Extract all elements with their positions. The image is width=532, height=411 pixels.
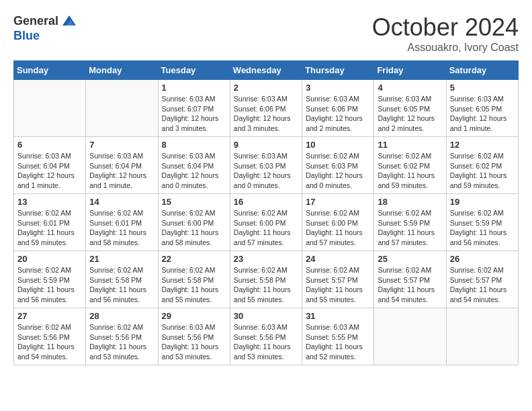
calendar-cell: 30Sunrise: 6:03 AMSunset: 5:56 PMDayligh… [230, 308, 302, 365]
day-number: 15 [162, 197, 226, 207]
day-number: 5 [450, 83, 515, 93]
day-number: 24 [306, 254, 370, 264]
calendar-cell [86, 80, 158, 137]
day-info: Sunrise: 6:02 AMSunset: 5:59 PMDaylight:… [17, 265, 82, 305]
calendar-cell: 21Sunrise: 6:02 AMSunset: 5:58 PMDayligh… [86, 251, 158, 308]
day-info: Sunrise: 6:03 AMSunset: 5:55 PMDaylight:… [306, 322, 370, 362]
calendar-cell: 23Sunrise: 6:02 AMSunset: 5:58 PMDayligh… [230, 251, 302, 308]
day-info: Sunrise: 6:02 AMSunset: 6:02 PMDaylight:… [450, 151, 515, 191]
day-info: Sunrise: 6:03 AMSunset: 6:06 PMDaylight:… [234, 94, 298, 134]
calendar-cell: 28Sunrise: 6:02 AMSunset: 5:56 PMDayligh… [86, 308, 158, 365]
calendar-cell: 12Sunrise: 6:02 AMSunset: 6:02 PMDayligh… [446, 137, 518, 194]
day-info: Sunrise: 6:03 AMSunset: 6:04 PMDaylight:… [89, 151, 154, 191]
calendar-cell: 17Sunrise: 6:02 AMSunset: 6:00 PMDayligh… [302, 194, 374, 251]
calendar-cell: 14Sunrise: 6:02 AMSunset: 6:01 PMDayligh… [86, 194, 158, 251]
calendar-cell: 1Sunrise: 6:03 AMSunset: 6:07 PMDaylight… [158, 80, 230, 137]
day-info: Sunrise: 6:03 AMSunset: 6:06 PMDaylight:… [306, 94, 370, 134]
calendar-cell: 9Sunrise: 6:03 AMSunset: 6:03 PMDaylight… [230, 137, 302, 194]
day-number: 17 [306, 197, 370, 207]
day-number: 26 [450, 254, 515, 264]
day-number: 25 [378, 254, 442, 264]
calendar-cell: 13Sunrise: 6:02 AMSunset: 6:01 PMDayligh… [14, 194, 86, 251]
day-number: 18 [378, 197, 442, 207]
day-number: 27 [17, 311, 82, 321]
day-number: 16 [234, 197, 298, 207]
logo-icon [61, 13, 77, 30]
day-info: Sunrise: 6:03 AMSunset: 6:04 PMDaylight:… [17, 151, 82, 191]
day-number: 8 [162, 140, 226, 150]
calendar-week-3: 13Sunrise: 6:02 AMSunset: 6:01 PMDayligh… [14, 194, 519, 251]
day-info: Sunrise: 6:03 AMSunset: 6:05 PMDaylight:… [378, 94, 442, 134]
day-info: Sunrise: 6:03 AMSunset: 6:03 PMDaylight:… [234, 151, 298, 191]
calendar-week-2: 6Sunrise: 6:03 AMSunset: 6:04 PMDaylight… [14, 137, 519, 194]
day-number: 20 [17, 254, 82, 264]
calendar-header-monday: Monday [86, 61, 158, 80]
month-title: October 2024 [372, 13, 519, 42]
day-info: Sunrise: 6:02 AMSunset: 5:57 PMDaylight:… [450, 265, 515, 305]
day-info: Sunrise: 6:03 AMSunset: 6:05 PMDaylight:… [450, 94, 515, 134]
calendar-cell: 3Sunrise: 6:03 AMSunset: 6:06 PMDaylight… [302, 80, 374, 137]
day-info: Sunrise: 6:02 AMSunset: 6:01 PMDaylight:… [17, 208, 82, 248]
calendar-cell: 19Sunrise: 6:02 AMSunset: 5:59 PMDayligh… [446, 194, 518, 251]
day-info: Sunrise: 6:03 AMSunset: 5:56 PMDaylight:… [234, 322, 298, 362]
calendar-cell: 6Sunrise: 6:03 AMSunset: 6:04 PMDaylight… [14, 137, 86, 194]
calendar-header-thursday: Thursday [302, 61, 374, 80]
day-number: 13 [17, 197, 82, 207]
calendar-header-sunday: Sunday [14, 61, 86, 80]
day-info: Sunrise: 6:02 AMSunset: 6:00 PMDaylight:… [234, 208, 298, 248]
calendar-header-row: SundayMondayTuesdayWednesdayThursdayFrid… [14, 61, 519, 80]
day-number: 11 [378, 140, 442, 150]
calendar-week-4: 20Sunrise: 6:02 AMSunset: 5:59 PMDayligh… [14, 251, 519, 308]
calendar-cell: 15Sunrise: 6:02 AMSunset: 6:00 PMDayligh… [158, 194, 230, 251]
day-info: Sunrise: 6:02 AMSunset: 6:02 PMDaylight:… [378, 151, 442, 191]
calendar-cell: 11Sunrise: 6:02 AMSunset: 6:02 PMDayligh… [374, 137, 446, 194]
day-number: 10 [306, 140, 370, 150]
day-number: 21 [89, 254, 154, 264]
day-info: Sunrise: 6:03 AMSunset: 5:56 PMDaylight:… [162, 322, 226, 362]
day-number: 29 [162, 311, 226, 321]
calendar-cell: 2Sunrise: 6:03 AMSunset: 6:06 PMDaylight… [230, 80, 302, 137]
day-number: 9 [234, 140, 298, 150]
logo: General Blue [13, 13, 77, 43]
calendar-header-tuesday: Tuesday [158, 61, 230, 80]
calendar-cell: 16Sunrise: 6:02 AMSunset: 6:00 PMDayligh… [230, 194, 302, 251]
calendar-cell: 29Sunrise: 6:03 AMSunset: 5:56 PMDayligh… [158, 308, 230, 365]
calendar-cell: 18Sunrise: 6:02 AMSunset: 5:59 PMDayligh… [374, 194, 446, 251]
calendar-cell: 4Sunrise: 6:03 AMSunset: 6:05 PMDaylight… [374, 80, 446, 137]
calendar-cell [14, 80, 86, 137]
calendar-table: SundayMondayTuesdayWednesdayThursdayFrid… [13, 60, 519, 365]
calendar-cell: 20Sunrise: 6:02 AMSunset: 5:59 PMDayligh… [14, 251, 86, 308]
day-info: Sunrise: 6:02 AMSunset: 5:58 PMDaylight:… [89, 265, 154, 305]
day-info: Sunrise: 6:03 AMSunset: 6:07 PMDaylight:… [162, 94, 226, 134]
day-info: Sunrise: 6:02 AMSunset: 6:00 PMDaylight:… [162, 208, 226, 248]
day-number: 22 [162, 254, 226, 264]
day-number: 4 [378, 83, 442, 93]
calendar-cell: 24Sunrise: 6:02 AMSunset: 5:57 PMDayligh… [302, 251, 374, 308]
day-info: Sunrise: 6:02 AMSunset: 6:01 PMDaylight:… [89, 208, 154, 248]
calendar-cell [374, 308, 446, 365]
day-info: Sunrise: 6:02 AMSunset: 6:03 PMDaylight:… [306, 151, 370, 191]
calendar-cell [446, 308, 518, 365]
day-info: Sunrise: 6:02 AMSunset: 5:59 PMDaylight:… [378, 208, 442, 248]
day-number: 14 [89, 197, 154, 207]
day-info: Sunrise: 6:02 AMSunset: 5:59 PMDaylight:… [450, 208, 515, 248]
day-info: Sunrise: 6:02 AMSunset: 5:58 PMDaylight:… [162, 265, 226, 305]
calendar-cell: 8Sunrise: 6:03 AMSunset: 6:04 PMDaylight… [158, 137, 230, 194]
calendar-cell: 31Sunrise: 6:03 AMSunset: 5:55 PMDayligh… [302, 308, 374, 365]
day-info: Sunrise: 6:02 AMSunset: 5:57 PMDaylight:… [378, 265, 442, 305]
calendar-week-5: 27Sunrise: 6:02 AMSunset: 5:56 PMDayligh… [14, 308, 519, 365]
calendar-header-friday: Friday [374, 61, 446, 80]
title-section: October 2024 Assouakro, Ivory Coast [372, 13, 519, 54]
day-number: 31 [306, 311, 370, 321]
day-info: Sunrise: 6:02 AMSunset: 5:56 PMDaylight:… [17, 322, 82, 362]
calendar-cell: 7Sunrise: 6:03 AMSunset: 6:04 PMDaylight… [86, 137, 158, 194]
calendar-cell: 22Sunrise: 6:02 AMSunset: 5:58 PMDayligh… [158, 251, 230, 308]
day-number: 6 [17, 140, 82, 150]
day-number: 19 [450, 197, 515, 207]
calendar-header-wednesday: Wednesday [230, 61, 302, 80]
day-number: 28 [89, 311, 154, 321]
day-number: 23 [234, 254, 298, 264]
day-info: Sunrise: 6:02 AMSunset: 5:56 PMDaylight:… [89, 322, 154, 362]
calendar-cell: 5Sunrise: 6:03 AMSunset: 6:05 PMDaylight… [446, 80, 518, 137]
page-header: General Blue October 2024 Assouakro, Ivo… [13, 13, 519, 54]
